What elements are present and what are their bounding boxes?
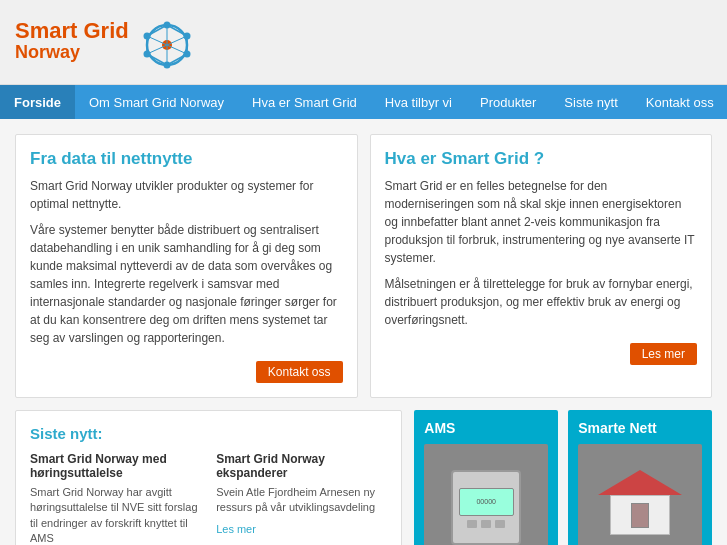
news-item-1-title: Smart Grid Norway med høringsuttalelse <box>30 452 201 480</box>
top-row: Fra data til nettnytte Smart Grid Norway… <box>15 134 712 398</box>
card-hva-er-p1: Smart Grid er en felles betegnelse for d… <box>385 177 698 267</box>
hut-visual <box>598 470 683 545</box>
news-item-2-link[interactable]: Les mer <box>216 523 256 535</box>
nav-produkter[interactable]: Produkter <box>466 85 550 119</box>
les-mer-button-top[interactable]: Les mer <box>630 343 697 365</box>
nav-forside[interactable]: Forside <box>0 85 75 119</box>
card-hva-er-p2: Målsetningen er å tilrettelegge for bruk… <box>385 275 698 329</box>
header: Smart Grid Norway <box>0 0 727 85</box>
news-item-2: Smart Grid Norway ekspanderer Svein Atle… <box>216 452 387 545</box>
ams-visual: 00000 <box>451 470 521 545</box>
ams-buttons <box>467 520 505 528</box>
right-image-cards: AMS 00000 Smarte Nett <box>414 410 712 545</box>
news-items: Smart Grid Norway med høringsuttalelse S… <box>30 452 387 545</box>
news-item-1-text: Smart Grid Norway har avgitt høringsutta… <box>30 485 201 545</box>
smarte-nett-card[interactable]: Smarte Nett <box>568 410 712 545</box>
svg-line-16 <box>167 45 187 54</box>
nav-siste-nytt[interactable]: Siste nytt <box>550 85 631 119</box>
hut-roof <box>598 470 682 495</box>
hut-door <box>631 503 649 528</box>
ams-card-title: AMS <box>424 420 455 436</box>
kontakt-oss-button[interactable]: Kontakt oss <box>256 361 343 383</box>
ams-screen: 00000 <box>459 488 514 516</box>
news-title: Siste nytt: <box>30 425 387 442</box>
news-item-2-text: Svein Atle Fjordheim Arnesen ny ressurs … <box>216 485 387 516</box>
card-fra-data: Fra data til nettnytte Smart Grid Norway… <box>15 134 358 398</box>
nav-hva-tilbyr[interactable]: Hva tilbyr vi <box>371 85 466 119</box>
logo-icon <box>137 15 192 70</box>
logo-line2: Norway <box>15 42 129 64</box>
logo: Smart Grid Norway <box>15 20 129 64</box>
bottom-row: Siste nytt: Smart Grid Norway med høring… <box>15 410 712 545</box>
card-hva-er: Hva er Smart Grid ? Smart Grid er en fel… <box>370 134 713 398</box>
svg-line-18 <box>147 45 167 54</box>
hut-body <box>610 495 670 535</box>
news-item-1: Smart Grid Norway med høringsuttalelse S… <box>30 452 201 545</box>
main-content: Fra data til nettnytte Smart Grid Norway… <box>0 119 727 545</box>
news-item-2-title: Smart Grid Norway ekspanderer <box>216 452 387 480</box>
navbar: Forside Om Smart Grid Norway Hva er Smar… <box>0 85 727 119</box>
smarte-nett-card-title: Smarte Nett <box>578 420 657 436</box>
ams-card[interactable]: AMS 00000 <box>414 410 558 545</box>
nav-kontakt[interactable]: Kontakt oss <box>632 85 727 119</box>
nav-hva-er[interactable]: Hva er Smart Grid <box>238 85 371 119</box>
logo-line1: Smart Grid <box>15 20 129 42</box>
ams-image: 00000 <box>424 444 548 545</box>
card-fra-data-p2: Våre systemer benytter både distribuert … <box>30 221 343 347</box>
svg-line-15 <box>167 36 187 45</box>
card-fra-data-title: Fra data til nettnytte <box>30 149 343 169</box>
card-hva-er-title: Hva er Smart Grid ? <box>385 149 698 169</box>
nav-om[interactable]: Om Smart Grid Norway <box>75 85 238 119</box>
news-card: Siste nytt: Smart Grid Norway med høring… <box>15 410 402 545</box>
svg-line-19 <box>147 36 167 45</box>
card-fra-data-p1: Smart Grid Norway utvikler produkter og … <box>30 177 343 213</box>
smarte-nett-image <box>578 444 702 545</box>
